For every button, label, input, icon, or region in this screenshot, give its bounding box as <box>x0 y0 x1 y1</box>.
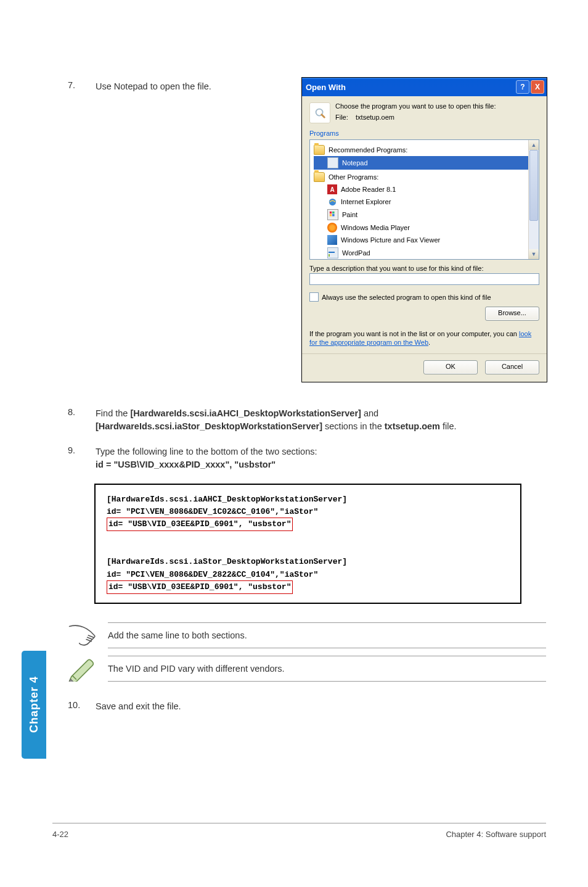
adobe-icon: A <box>327 184 337 194</box>
always-use-checkbox[interactable] <box>309 292 319 302</box>
svg-rect-5 <box>330 214 332 216</box>
code-block: [HardwareIds.scsi.iaAHCI_DesktopWorkstat… <box>94 484 521 604</box>
wordpad-icon <box>327 247 338 258</box>
chapter-side-tab: Chapter 4 <box>22 651 46 759</box>
dialog-titlebar: Open With ? X <box>302 78 547 96</box>
svg-rect-6 <box>332 214 334 216</box>
pointing-hand-icon <box>55 622 108 648</box>
note-2-text: The VID and PID vary with different vend… <box>108 656 546 682</box>
open-with-dialog: Open With ? X Choose the program you wan… <box>301 77 547 382</box>
program-notepad[interactable]: Notepad <box>314 156 537 170</box>
description-label: Type a description that you want to use … <box>309 265 539 272</box>
notepad-icon <box>327 157 338 168</box>
recommended-label: Recommended Programs: <box>329 146 407 154</box>
paint-icon <box>327 209 338 220</box>
svg-line-1 <box>322 115 325 118</box>
recommended-folder[interactable]: Recommended Programs: <box>314 144 537 156</box>
step-10-number: 10. <box>52 700 89 710</box>
programs-tab-label: Programs <box>309 130 539 137</box>
scroll-down-icon[interactable]: ▼ <box>529 249 539 259</box>
picture-viewer-icon <box>327 235 337 245</box>
chapter-label: Chapter 4: Software support <box>446 830 546 839</box>
program-wmp[interactable]: Windows Media Player <box>314 221 537 234</box>
description-input[interactable] <box>309 273 539 285</box>
highlighted-line-1: id= "USB\VID_03EE&PID_6901", "usbstor" <box>107 518 293 531</box>
step-8-number: 8. <box>52 407 89 417</box>
svg-rect-3 <box>330 212 332 213</box>
folder-icon <box>314 172 325 182</box>
browse-button[interactable]: Browse... <box>485 307 539 321</box>
other-programs-folder[interactable]: Other Programs: <box>314 171 537 183</box>
ie-icon <box>327 197 337 207</box>
step-9-text: Type the following line to the bottom of… <box>89 445 546 471</box>
always-use-label: Always use the selected program to open … <box>322 294 491 301</box>
web-help-text: If the program you want is not in the li… <box>309 329 539 347</box>
page-number: 4-22 <box>52 830 68 839</box>
step-8-text: Find the [HardwareIds.scsi.iaAHCI_Deskto… <box>89 407 546 433</box>
program-paint[interactable]: Paint <box>314 208 537 221</box>
chapter-side-label: Chapter 4 <box>28 676 41 733</box>
other-label: Other Programs: <box>329 173 378 181</box>
step-7-number: 7. <box>52 80 89 90</box>
program-listbox[interactable]: Recommended Programs: Notepad Other Prog… <box>309 139 539 260</box>
file-name: txtsetup.oem <box>356 113 394 121</box>
dialog-title: Open With <box>306 83 346 92</box>
help-button[interactable]: ? <box>516 80 529 94</box>
folder-icon <box>314 145 325 155</box>
file-label: File: <box>335 113 348 121</box>
ok-button[interactable]: OK <box>423 360 478 374</box>
page-footer: 4-22 Chapter 4: Software support <box>52 823 546 839</box>
cancel-button[interactable]: Cancel <box>485 360 539 374</box>
file-icon <box>309 102 330 123</box>
program-wpfv[interactable]: Windows Picture and Fax Viewer <box>314 234 537 246</box>
highlighted-line-2: id= "USB\VID_03EE&PID_6901", "usbstor" <box>107 580 293 594</box>
step-7-text: Use Notepad to open the file. <box>89 80 301 93</box>
step-10-text: Save and exit the file. <box>89 700 546 713</box>
program-wordpad[interactable]: WordPad <box>314 246 537 260</box>
wmp-icon <box>327 223 337 233</box>
svg-rect-4 <box>332 212 334 213</box>
listbox-scrollbar[interactable]: ▲ ▼ <box>528 140 539 259</box>
close-button[interactable]: X <box>531 80 544 94</box>
scroll-thumb[interactable] <box>529 150 538 221</box>
choose-label: Choose the program you want to use to op… <box>335 102 539 110</box>
note-1-text: Add the same line to both sections. <box>108 622 546 648</box>
step-9-number: 9. <box>52 445 89 455</box>
scroll-up-icon[interactable]: ▲ <box>529 140 539 150</box>
program-internet-explorer[interactable]: Internet Explorer <box>314 196 537 208</box>
program-adobe-reader[interactable]: A Adobe Reader 8.1 <box>314 183 537 196</box>
pencil-icon <box>55 656 108 682</box>
